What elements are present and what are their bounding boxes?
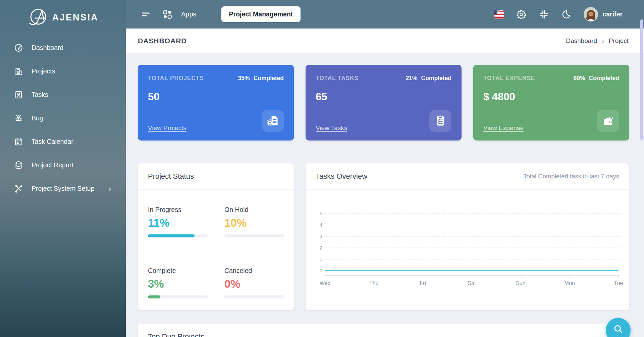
sidebar-item-label: Tasks: [32, 91, 48, 99]
sidebar-item-label: Project Report: [32, 161, 73, 169]
status-label: In Progress: [148, 206, 208, 214]
dashboard-gauge-icon: [14, 43, 23, 52]
y-axis-tick-label: 2: [315, 245, 322, 250]
tools-icon: [14, 184, 23, 193]
apps-label[interactable]: Apps: [181, 10, 197, 18]
status-complete: Complete 3%: [148, 267, 208, 298]
sidebar-item-dashboard[interactable]: Dashboard: [0, 40, 126, 56]
y-axis-tick-label: 4: [315, 222, 322, 228]
vertical-scrollbar-thumb[interactable]: [640, 19, 643, 140]
progress-bar: [148, 234, 208, 237]
project-management-dashboard: AJENSIA Dashboard Projects: [0, 0, 644, 337]
x-axis-label: Tue: [614, 280, 623, 286]
card-percent-label: Completed: [589, 75, 619, 82]
status-value: 0%: [224, 278, 284, 290]
x-axis-tick: [325, 275, 325, 278]
view-tasks-link[interactable]: View Tasks: [316, 124, 347, 132]
sidebar-item-task-calendar[interactable]: Task Calendar: [0, 133, 126, 150]
sidebar-item-label: Project System Setup: [32, 185, 95, 192]
wallet-money-icon: [597, 110, 619, 132]
x-axis-label: Sat: [468, 280, 476, 286]
sidebar-item-project-system-setup[interactable]: Project System Setup: [0, 180, 126, 196]
card-value: 50: [148, 91, 284, 103]
view-expense-link[interactable]: View Expense: [483, 124, 524, 132]
compress-fullscreen-icon[interactable]: [539, 9, 549, 19]
projects-building-icon: [14, 67, 23, 76]
brand-name: AJENSIA: [52, 12, 98, 23]
card-title: TOTAL PROJECTS: [148, 75, 204, 82]
total-tasks-card: TOTAL TASKS 21% Completed 65 View Tasks: [306, 65, 462, 141]
breadcrumb: Dashboard › Project: [566, 37, 629, 45]
status-label: On Hold: [224, 206, 284, 214]
project-status-body: In Progress 11% On Hold 10% Complete 3%: [138, 190, 294, 298]
tasks-overview-subtitle: Total Completed task in last 7 days: [523, 173, 619, 180]
page-header: DASHBOARD Dashboard › Project: [126, 29, 644, 53]
sidebar-item-bug[interactable]: Bug: [0, 110, 126, 126]
card-title: TOTAL EXPENSE: [483, 75, 535, 82]
x-axis-label: Thu: [369, 280, 379, 286]
brand-logo[interactable]: AJENSIA: [0, 0, 126, 28]
completed-tasks-line: [325, 270, 619, 271]
gridline: [325, 259, 621, 260]
y-axis-tick-label: 5: [315, 211, 322, 216]
language-flag-us-icon[interactable]: [494, 10, 504, 19]
x-axis-tick: [619, 275, 619, 278]
sidebar-item-tasks[interactable]: Tasks: [0, 87, 126, 103]
settings-gear-icon[interactable]: [516, 9, 526, 19]
ajensia-logo-icon: [27, 7, 51, 28]
tasks-overview-chart: 543210WedThuFriSatSunMonTue: [306, 190, 629, 286]
topbar: Apps Project Management: [126, 0, 644, 29]
user-name: carifer: [602, 10, 623, 18]
status-label: Canceled: [224, 267, 284, 275]
sidebar-item-projects[interactable]: Projects: [0, 63, 126, 79]
x-axis-tick: [374, 275, 374, 278]
breadcrumb-dashboard[interactable]: Dashboard: [566, 37, 597, 45]
breadcrumb-project: Project: [609, 37, 629, 45]
widgets-row: Project Status In Progress 11% On Hold 1…: [138, 163, 629, 310]
top-due-projects-panel: Top Due Projects: [138, 324, 629, 337]
status-on-hold: On Hold 10%: [224, 206, 284, 237]
main-content: TOTAL PROJECTS 35% Completed 50 View Pro…: [126, 53, 644, 337]
search-icon: [613, 326, 623, 335]
topbar-right: carifer: [494, 7, 644, 21]
total-expense-card: TOTAL EXPENSE 60% Completed $ 4800 View …: [473, 65, 629, 141]
gridline: [325, 247, 621, 248]
status-value: 3%: [148, 278, 208, 290]
dark-mode-moon-icon[interactable]: [561, 9, 571, 19]
progress-bar: [224, 234, 284, 237]
status-in-progress: In Progress 11%: [148, 206, 208, 237]
status-label: Complete: [148, 267, 208, 275]
view-projects-link[interactable]: View Projects: [148, 124, 186, 132]
tasks-overview-panel: Tasks Overview Total Completed task in l…: [306, 163, 629, 310]
page-title: DASHBOARD: [138, 37, 187, 45]
y-axis-tick-label: 1: [315, 256, 322, 262]
card-value: 65: [316, 91, 451, 103]
calendar-icon: [14, 137, 23, 146]
project-status-panel: Project Status In Progress 11% On Hold 1…: [138, 163, 294, 310]
status-canceled: Canceled 0%: [224, 267, 284, 298]
bug-icon: [14, 114, 23, 123]
sidebar-item-project-report[interactable]: Project Report: [0, 157, 126, 173]
card-percent: 60%: [574, 75, 585, 82]
y-axis-tick-label: 0: [315, 268, 322, 273]
card-percent: 21%: [406, 75, 418, 82]
sidebar-nav: Dashboard Projects Tasks: [0, 40, 126, 196]
gear-document-icon: [262, 110, 284, 132]
active-app-button[interactable]: Project Management: [221, 6, 301, 22]
card-percent-label: Completed: [421, 75, 451, 82]
tasks-card-icon: [14, 90, 23, 99]
sidebar-item-label: Task Calendar: [32, 138, 73, 146]
sidebar-item-label: Dashboard: [32, 44, 63, 52]
apps-grid-icon[interactable]: [162, 9, 172, 19]
sidebar: AJENSIA Dashboard Projects: [0, 0, 126, 337]
x-axis-label: Fri: [420, 280, 426, 286]
breadcrumb-chevron-icon: ›: [602, 37, 604, 45]
progress-bar: [224, 295, 284, 298]
user-avatar: [584, 7, 598, 21]
clipboard-checklist-icon: [429, 110, 451, 132]
menu-toggle-icon[interactable]: [141, 9, 151, 19]
tasks-overview-title: Tasks Overview: [316, 172, 367, 181]
x-axis-tick: [423, 275, 423, 278]
gridline: [325, 236, 621, 237]
user-menu[interactable]: carifer: [584, 7, 623, 21]
